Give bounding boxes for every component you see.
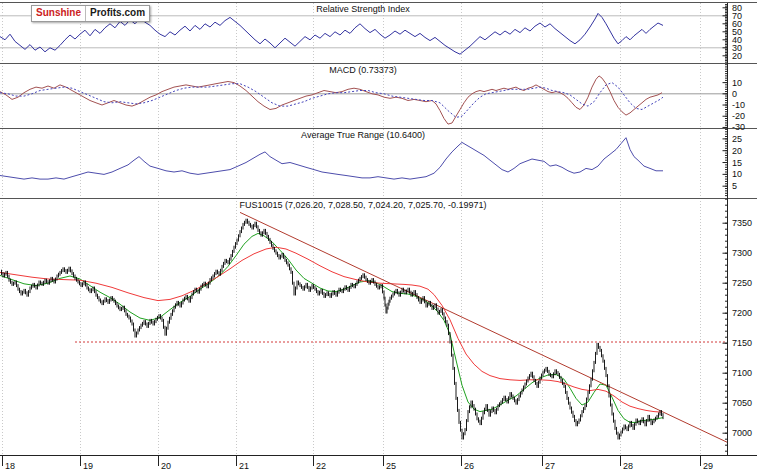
y-tick-label: 10 [732,169,742,179]
x-tick-label: 22 [316,461,326,471]
logo-text-sunshine: Sunshine [32,6,86,21]
y-tick-label: 7150 [732,338,752,348]
x-tick-label: 26 [464,461,474,471]
price-bars [2,219,664,440]
y-tick-label: 7200 [732,308,752,318]
rsi-panel-title: Relative Strength Index [316,4,410,14]
y-tick-label: 7050 [732,398,752,408]
y-tick-label: -10 [732,100,745,110]
y-tick-label: -20 [732,111,745,121]
macd-panel-title: MACD (0.73373) [329,65,397,75]
y-axis: 20304050607080100-10-20-3051015202570007… [723,3,753,456]
y-tick-label: 7350 [732,218,752,228]
logo-text-profits: Profits.com [86,6,149,21]
x-tick-label: 20 [161,461,171,471]
atr-panel-title: Average True Range (10.6400) [301,130,425,140]
price-panel-title: FUS10015 (7,026.20, 7,028.50, 7,024.20, … [239,200,486,210]
y-tick-label: 0 [732,89,737,99]
y-tick-label: 5 [732,181,737,191]
x-tick-label: 19 [83,461,93,471]
x-tick-label: 21 [239,461,249,471]
y-tick-label: 7100 [732,368,752,378]
ma-slow-line [0,247,662,412]
macd-line [0,76,662,124]
x-axis: 18192021222526272829 [0,456,757,472]
y-tick-label: 7250 [732,278,752,288]
sunshine-profits-logo[interactable]: Sunshine Profits.com [31,5,150,22]
y-tick-label: 15 [732,158,742,168]
signal-line [0,83,663,118]
atr-line [0,138,663,179]
y-tick-label: 10 [732,78,742,88]
x-tick-label: 27 [545,461,555,471]
chart-root: 20304050607080100-10-20-3051015202570007… [0,0,757,475]
x-tick-label: 28 [623,461,633,471]
x-tick-label: 25 [386,461,396,471]
y-tick-label: 7300 [732,248,752,258]
x-tick-label: 29 [703,461,713,471]
y-tick-label: 20 [732,146,742,156]
y-tick-label: 80 [732,3,742,13]
y-tick-label: -30 [732,122,745,132]
y-tick-label: 7000 [732,428,752,438]
y-tick-label: 25 [732,134,742,144]
ma-fast-line [0,233,663,422]
x-tick-label: 18 [5,461,15,471]
